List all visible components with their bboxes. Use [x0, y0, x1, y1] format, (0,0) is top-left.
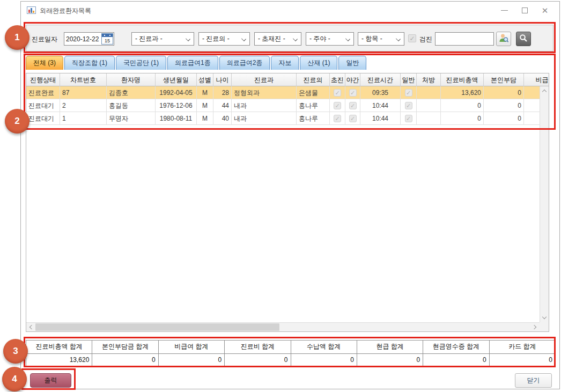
column-header[interactable]: 야간: [345, 73, 360, 86]
annotation-circle-4: 4: [2, 367, 27, 391]
checked-checkbox-icon: ✓: [349, 89, 357, 97]
table-row[interactable]: 진료대기1무명자1980-08-11M40내과홍나루✓✓10:44✓000: [26, 112, 549, 125]
summary-value-cell: 0: [159, 354, 225, 367]
table-cell: 09:35: [360, 86, 401, 99]
scroll-right-icon[interactable]: [532, 325, 536, 329]
patient-search-button[interactable]: [496, 32, 511, 46]
dropdown-item[interactable]: - 항목 -: [358, 32, 404, 46]
column-header[interactable]: 진료시간: [360, 73, 401, 86]
table-cell: ✓: [345, 112, 360, 125]
column-header[interactable]: 본인부담: [484, 73, 524, 86]
column-header[interactable]: 처방: [417, 73, 441, 86]
checked-checkbox-icon: ✓: [334, 89, 341, 97]
checkup-checkbox[interactable]: ✓: [408, 34, 416, 42]
horizontal-scrollbar[interactable]: [26, 322, 540, 331]
table-row[interactable]: 진료완료87김종호1992-04-05M28정형외과은샘물✓✓09:35✓13,…: [26, 86, 549, 99]
dropdown-doctor[interactable]: - 진료의 -: [198, 32, 250, 46]
tab-5[interactable]: 의료급여2종: [219, 56, 270, 70]
calendar-icon[interactable]: 15: [101, 33, 113, 45]
table-cell: 홍나루: [297, 99, 330, 112]
checked-checkbox-icon: ✓: [349, 115, 357, 122]
table-cell: ✓: [401, 86, 417, 99]
table-cell: 10:44: [360, 112, 401, 125]
maximize-icon[interactable]: [514, 2, 535, 19]
tab-6[interactable]: 자보: [271, 56, 299, 70]
summary-header-cell: 현금영수증 합계: [423, 341, 489, 353]
tab-bar: 전체 (3)직장조합 (1)국민공단 (1)의료급여1종의료급여2종자보산재 (…: [26, 56, 366, 70]
table-cell: 은샘물: [297, 86, 330, 99]
summary-header-cell: 본인부담금 합계: [92, 341, 158, 353]
summary-value-cell: 0: [490, 354, 555, 367]
chevron-down-icon: [293, 36, 298, 41]
column-header[interactable]: 비급여: [524, 73, 549, 86]
column-header[interactable]: 초진: [330, 73, 345, 86]
tab-7[interactable]: 산재 (1): [300, 56, 337, 70]
column-header[interactable]: 생년월일: [156, 73, 197, 86]
window-controls: ✕: [494, 2, 555, 19]
tab-3[interactable]: 국민공단 (1): [116, 56, 166, 70]
table-cell: 40: [213, 112, 232, 125]
search-button[interactable]: [516, 32, 531, 46]
table-cell: ✓: [401, 99, 417, 112]
date-input[interactable]: [66, 34, 100, 44]
chevron-down-icon: [396, 36, 401, 41]
scroll-up-icon[interactable]: [542, 90, 547, 94]
tab-4[interactable]: 의료급여1종: [167, 56, 218, 70]
table-cell: 내과: [232, 112, 297, 125]
dropdown-department[interactable]: - 진료과 -: [131, 32, 194, 46]
table-cell: 0: [441, 99, 484, 112]
checked-checkbox-icon: ✓: [349, 102, 357, 109]
tab-1[interactable]: 전체 (3): [26, 56, 63, 70]
summary-value-cell: 0: [357, 354, 423, 367]
table-cell: 1980-08-11: [156, 112, 197, 125]
chevron-down-icon: [241, 36, 246, 41]
close-icon[interactable]: ✕: [535, 2, 555, 19]
table-cell: ✓: [401, 112, 417, 125]
checked-checkbox-icon: ✓: [334, 115, 341, 122]
summary-header-cell: 진료비총액 합계: [26, 341, 92, 353]
table-cell: 13,620: [441, 86, 484, 99]
table-cell: [417, 99, 441, 112]
dropdown-visit-type[interactable]: - 초재진 -: [254, 32, 301, 46]
column-header[interactable]: 일반: [401, 73, 417, 86]
table-cell: 홍길동: [107, 99, 156, 112]
filter-bar: 진료일자 15 - 진료과 - - 진료의 - - 초재진 - - 주야 - -…: [26, 25, 553, 51]
dropdown-daynight[interactable]: - 주야 -: [306, 32, 354, 46]
scrollbar-thumb[interactable]: [35, 323, 279, 331]
annotation-circle-1: 1: [5, 25, 29, 50]
column-header[interactable]: 진료과: [232, 73, 297, 86]
table-row[interactable]: 진료대기2홍길동1976-12-06M44내과홍나루✓✓10:44✓000: [26, 99, 549, 112]
table-cell: ✓: [330, 99, 345, 112]
column-header[interactable]: 환자명: [107, 73, 156, 86]
tab-8[interactable]: 일반: [338, 56, 366, 70]
person-magnifier-icon: [498, 33, 509, 43]
column-header[interactable]: 진료비총액: [441, 73, 484, 86]
vertical-scrollbar[interactable]: [540, 86, 549, 322]
column-header[interactable]: 차트번호: [60, 73, 107, 86]
column-header[interactable]: 나이: [213, 73, 232, 86]
summary-header-cell: 현급 합계: [357, 341, 423, 353]
summary-header-row: 진료비총액 합계본인부담금 합계비급여 합계진료비 합계수납액 합계현급 합계현…: [26, 341, 555, 354]
column-header[interactable]: 진료의: [297, 73, 330, 86]
summary-value-cell: 0: [423, 354, 489, 367]
scroll-down-icon[interactable]: [542, 315, 547, 319]
table-cell: 1976-12-06: [156, 99, 197, 112]
close-button[interactable]: 닫기: [515, 373, 552, 388]
chart-icon: [27, 6, 36, 14]
search-input[interactable]: [435, 32, 494, 46]
window-title: 외래완료환자목록: [40, 6, 91, 16]
summary-value-cell: 0: [92, 354, 158, 367]
tab-2[interactable]: 직장조합 (1): [64, 56, 115, 70]
column-header[interactable]: 진행상태: [26, 73, 60, 86]
print-button[interactable]: 출력: [30, 373, 71, 388]
chevron-down-icon: [186, 36, 190, 41]
summary-header-cell: 비급여 합계: [159, 341, 225, 353]
table-cell: 1992-04-05: [156, 86, 197, 99]
table-cell: 28: [213, 86, 232, 99]
grid-header: 진행상태차트번호환자명생년월일성별나이진료과진료의초진야간진료시간일반처방진료비…: [26, 73, 549, 86]
screenshot-root: 외래완료환자목록 ✕ 진료일자 15 - 진료과 - - 진료의 - - 초재진…: [0, 0, 561, 392]
minimize-icon[interactable]: [494, 2, 514, 19]
scroll-left-icon[interactable]: [29, 325, 34, 329]
column-header[interactable]: 성별: [197, 73, 213, 86]
summary-header-cell: 카드 합계: [490, 341, 555, 353]
